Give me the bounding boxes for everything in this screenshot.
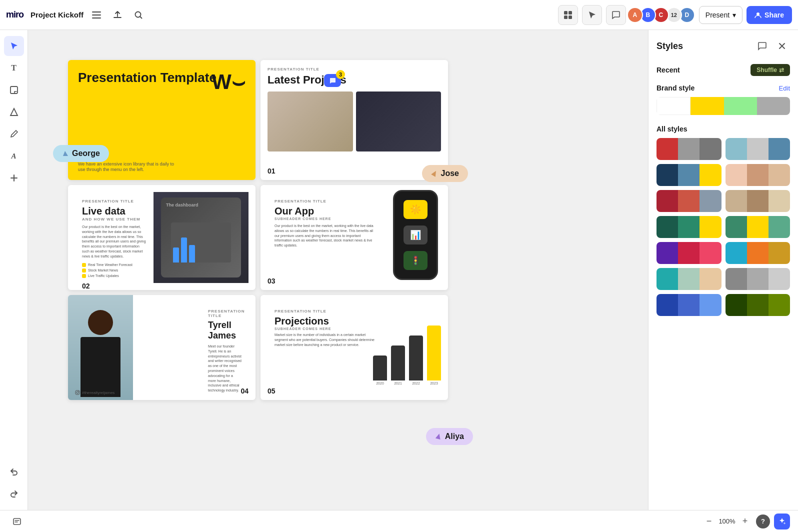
- slide-1[interactable]: Presentation Template W⌣ We have an exte…: [68, 60, 256, 180]
- brand-style-header: Brand style Edit: [656, 84, 790, 92]
- style-swatch-9[interactable]: [656, 242, 722, 264]
- slide-2-title: Latest Projects: [268, 74, 441, 86]
- pages-button[interactable]: [8, 512, 26, 530]
- sidebar-tool-select[interactable]: [4, 36, 24, 56]
- style-swatch-10[interactable]: [726, 242, 790, 264]
- bottom-right: − 100% + ?: [702, 514, 790, 530]
- swatch-14-part-2: [747, 294, 768, 316]
- slide-3[interactable]: PRESENTATION TITLE Live data AND HOW WE …: [68, 185, 256, 290]
- swatch-2-part-3: [768, 138, 790, 160]
- shuffle-button[interactable]: Shuffle ⇄: [750, 64, 790, 76]
- edit-link[interactable]: Edit: [779, 84, 790, 92]
- all-styles-header: All styles: [656, 125, 790, 133]
- slide-6-label: PRESENTATION TITLE: [274, 309, 434, 314]
- slides-grid: Presentation Template W⌣ We have an exte…: [68, 60, 448, 400]
- brand-color-1: [656, 97, 690, 115]
- avatar-1[interactable]: A: [627, 7, 643, 23]
- slide-6-bar-chart: 2020 2021 2022 2023: [373, 325, 441, 385]
- slide-5-num: 04: [240, 387, 248, 395]
- slide-3-image: The dashboard: [154, 192, 248, 283]
- style-swatch-6[interactable]: [726, 190, 790, 212]
- style-swatch-3[interactable]: [656, 164, 722, 186]
- slide-3-num: 02: [82, 282, 146, 290]
- sidebar-tool-add[interactable]: [4, 168, 24, 188]
- present-button[interactable]: Present ▾: [699, 6, 742, 24]
- sidebar-tool-redo[interactable]: [4, 484, 24, 504]
- topbar: miro Project Kickoff A B C 12 D Present …: [0, 0, 798, 30]
- style-swatch-7[interactable]: [656, 216, 722, 238]
- swatch-11-part-1: [656, 268, 678, 290]
- swatch-14-part-3: [768, 294, 790, 316]
- panel-close-button[interactable]: [774, 38, 790, 54]
- panel-chat-button[interactable]: [754, 38, 770, 54]
- sidebar-tool-sticky[interactable]: [4, 80, 24, 100]
- style-swatch-4[interactable]: [726, 164, 790, 186]
- left-sidebar: T A: [0, 30, 28, 510]
- zoom-in-button[interactable]: +: [738, 514, 752, 528]
- sidebar-tool-marker[interactable]: A: [4, 146, 24, 166]
- style-swatch-12[interactable]: [726, 268, 790, 290]
- canvas-area[interactable]: Presentation Template W⌣ We have an exte…: [28, 30, 648, 510]
- smart-draw-button[interactable]: [558, 5, 578, 25]
- svg-point-11: [76, 392, 78, 394]
- bullet-2-text: Stock Market News: [88, 268, 118, 272]
- bullet-2: Stock Market News: [82, 268, 146, 272]
- cursor-button[interactable]: [582, 5, 602, 25]
- slide-4-body: Our product is the best on the market, w…: [274, 224, 374, 248]
- swatch-2-part-1: [726, 138, 747, 160]
- share-button[interactable]: Share: [746, 6, 792, 24]
- style-swatches-grid: [656, 138, 790, 316]
- slide-2-label: PRESENTATION TITLE: [268, 67, 441, 72]
- panel-title: Styles: [656, 41, 683, 52]
- jose-label-text: Jose: [441, 169, 459, 178]
- svg-point-8: [756, 12, 760, 16]
- brand-color-4: [757, 97, 790, 115]
- zoom-out-button[interactable]: −: [702, 514, 716, 528]
- slide-4[interactable]: PRESENTATION TITLE Our App SUBHEADER COM…: [260, 185, 448, 290]
- brand-style-strip[interactable]: [656, 97, 790, 115]
- slide-5-social-text: #therealtyreljames: [82, 390, 114, 395]
- project-title: Project Kickoff: [30, 10, 84, 19]
- style-swatch-5[interactable]: [656, 190, 722, 212]
- brand-color-2: [690, 97, 724, 115]
- share-board-button[interactable]: [110, 7, 126, 23]
- swatch-3-part-2: [678, 164, 700, 186]
- swatch-14-part-1: [726, 294, 747, 316]
- bullet-2-dot: [82, 268, 86, 272]
- comment-bubble[interactable]: 3: [324, 74, 341, 87]
- sidebar-tool-shapes[interactable]: [4, 102, 24, 122]
- slide-5-social: #therealtyreljames: [75, 390, 114, 395]
- search-button[interactable]: [130, 7, 146, 23]
- bar-2020: 2020: [373, 356, 387, 385]
- style-swatch-8[interactable]: [726, 216, 790, 238]
- floating-label-george: George: [53, 145, 109, 162]
- style-swatch-1[interactable]: [656, 138, 722, 160]
- bullet-3-dot: [82, 274, 86, 278]
- style-swatch-14[interactable]: [726, 294, 790, 316]
- slide-6[interactable]: PRESENTATION TITLE Projections SUBHEADER…: [260, 295, 448, 400]
- style-swatch-11[interactable]: [656, 268, 722, 290]
- slide-2[interactable]: PRESENTATION TITLE Latest Projects 01: [260, 60, 448, 180]
- comment-button[interactable]: [606, 5, 626, 25]
- swatch-9-part-2: [678, 242, 700, 264]
- slide-2-num: 01: [268, 167, 276, 175]
- sidebar-tool-text[interactable]: T: [4, 58, 24, 78]
- svg-rect-9: [10, 86, 18, 94]
- slide-5[interactable]: PRESENTATION TITLE Tyrell James Meet our…: [68, 295, 256, 400]
- swatch-5-part-1: [656, 190, 678, 212]
- sidebar-tool-pen[interactable]: [4, 124, 24, 144]
- help-button[interactable]: ?: [756, 514, 770, 528]
- bottom-bar: − 100% + ?: [0, 510, 798, 532]
- miro-logo: miro: [6, 10, 24, 20]
- style-swatch-13[interactable]: [656, 294, 722, 316]
- slide-3-subtitle: AND HOW WE USE THEM: [82, 217, 146, 222]
- style-swatch-2[interactable]: [726, 138, 790, 160]
- slide-5-photo: [68, 295, 133, 400]
- hamburger-button[interactable]: [88, 7, 104, 23]
- sidebar-tool-undo[interactable]: [4, 462, 24, 482]
- magic-button[interactable]: [774, 514, 790, 530]
- svg-rect-13: [14, 518, 20, 524]
- bar-2023-label: 2023: [430, 382, 438, 385]
- zoom-control: − 100% +: [702, 514, 752, 528]
- svg-point-12: [78, 391, 80, 392]
